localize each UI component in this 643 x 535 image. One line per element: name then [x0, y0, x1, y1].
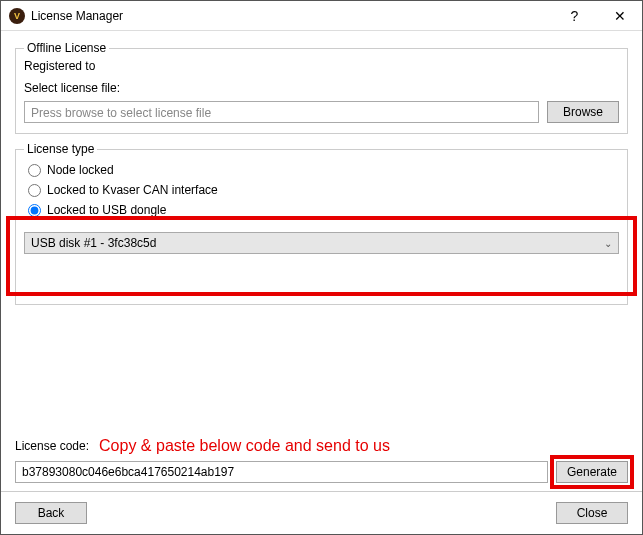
radio-node-locked-label: Node locked: [47, 163, 114, 177]
radio-usb-dongle[interactable]: Locked to USB dongle: [24, 200, 619, 220]
close-button[interactable]: Close: [556, 502, 628, 524]
license-code-label: License code:: [15, 439, 89, 453]
registered-to-label: Registered to: [24, 59, 619, 73]
license-manager-window: V License Manager ? ✕ Offline License Re…: [0, 0, 643, 535]
footer: Back Close: [1, 491, 642, 534]
license-type-group: License type Node locked Locked to Kvase…: [15, 142, 628, 305]
license-code-input[interactable]: [15, 461, 548, 483]
license-code-area: License code: Copy & paste below code an…: [15, 437, 628, 483]
content-area: Offline License Registered to Select lic…: [1, 31, 642, 491]
back-button[interactable]: Back: [15, 502, 87, 524]
window-title: License Manager: [31, 9, 123, 23]
license-type-legend: License type: [24, 142, 97, 156]
usb-disk-select[interactable]: USB disk #1 - 3fc38c5d ⌄: [24, 232, 619, 254]
select-file-label: Select license file:: [24, 81, 619, 95]
offline-legend: Offline License: [24, 41, 109, 55]
titlebar: V License Manager ? ✕: [1, 1, 642, 31]
radio-node-locked-input[interactable]: [28, 164, 41, 177]
annotation-highlight-box: [6, 216, 637, 296]
radio-usb-dongle-input[interactable]: [28, 204, 41, 217]
chevron-down-icon: ⌄: [604, 238, 612, 249]
help-button[interactable]: ?: [552, 1, 597, 31]
radio-kvaser-label: Locked to Kvaser CAN interface: [47, 183, 218, 197]
browse-button[interactable]: Browse: [547, 101, 619, 123]
app-icon: V: [9, 8, 25, 24]
radio-node-locked[interactable]: Node locked: [24, 160, 619, 180]
license-file-input[interactable]: Press browse to select license file: [24, 101, 539, 123]
close-window-button[interactable]: ✕: [597, 1, 642, 31]
usb-disk-select-value: USB disk #1 - 3fc38c5d: [31, 236, 156, 250]
radio-usb-dongle-label: Locked to USB dongle: [47, 203, 166, 217]
offline-license-group: Offline License Registered to Select lic…: [15, 41, 628, 134]
generate-button[interactable]: Generate: [556, 461, 628, 483]
radio-kvaser[interactable]: Locked to Kvaser CAN interface: [24, 180, 619, 200]
radio-kvaser-input[interactable]: [28, 184, 41, 197]
instruction-text: Copy & paste below code and send to us: [99, 437, 390, 455]
